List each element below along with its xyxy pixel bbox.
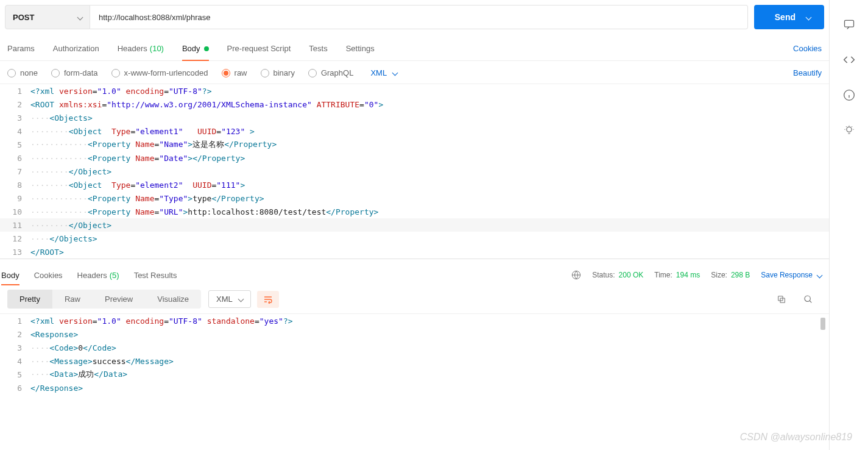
- radio-none[interactable]: none: [7, 68, 38, 77]
- body-language-select[interactable]: XML: [370, 68, 397, 77]
- code-line[interactable]: 8········<Object Type="element2" UUID="1…: [0, 178, 829, 191]
- radio-binary[interactable]: binary: [261, 68, 295, 77]
- comments-icon[interactable]: [843, 18, 855, 30]
- code-content: <?xml version="1.0" encoding="UTF-8"?>: [30, 87, 211, 96]
- code-line[interactable]: 2<Response>: [0, 327, 829, 341]
- code-line[interactable]: 10············<Property Name="URL">http:…: [0, 205, 829, 218]
- bulb-icon[interactable]: [843, 124, 855, 137]
- line-number: 8: [0, 180, 30, 190]
- code-line[interactable]: 3····<Code>0</Code>: [0, 341, 829, 354]
- chevron-down-icon: [806, 14, 812, 20]
- view-raw[interactable]: Raw: [52, 290, 93, 309]
- code-line[interactable]: 4····<Message>success</Message>: [0, 354, 829, 368]
- code-line[interactable]: 13</ROOT>: [0, 245, 829, 259]
- time-value: 194 ms: [676, 271, 700, 279]
- code-line[interactable]: 12····</Objects>: [0, 232, 829, 245]
- line-number: 2: [0, 100, 30, 109]
- response-body-viewer[interactable]: 1<?xml version="1.0" encoding="UTF-8" st…: [0, 313, 829, 395]
- line-number: 1: [0, 87, 30, 96]
- code-content: ········<Object Type="element1" UUID="12…: [30, 127, 255, 136]
- scrollbar-thumb[interactable]: [820, 318, 825, 330]
- code-content: ············<Property Name="Type">type</…: [30, 194, 264, 203]
- svg-point-6: [846, 127, 851, 132]
- svg-point-3: [805, 296, 810, 301]
- code-content: ············<Property Name="Date"></Prop…: [30, 154, 245, 163]
- right-rail: [830, 0, 868, 450]
- method-value: POST: [13, 13, 34, 22]
- code-content: ····<Objects>: [30, 113, 93, 123]
- watermark: CSDN @alwaysonline819: [740, 432, 852, 443]
- line-number: 6: [0, 384, 30, 393]
- save-response-button[interactable]: Save Response: [761, 271, 822, 279]
- code-content: ········</Object>: [30, 167, 111, 176]
- radio-xwww[interactable]: x-www-form-urlencoded: [111, 68, 208, 77]
- code-line[interactable]: 11········</Object>: [0, 218, 829, 232]
- code-icon[interactable]: [843, 54, 855, 66]
- radio-raw[interactable]: raw: [222, 68, 247, 77]
- resp-tab-test-results[interactable]: Test Results: [134, 265, 177, 285]
- code-content: ············<Property Name="Name">这是名称</…: [30, 139, 277, 150]
- chevron-down-icon: [392, 70, 398, 76]
- tab-settings[interactable]: Settings: [346, 37, 375, 60]
- url-value: http://localhost:8088/xml/phrase: [99, 13, 211, 22]
- resp-tab-body[interactable]: Body: [1, 265, 19, 285]
- copy-icon[interactable]: [777, 295, 786, 304]
- url-input[interactable]: http://localhost:8088/xml/phrase: [90, 5, 748, 29]
- tab-prerequest[interactable]: Pre-request Script: [227, 37, 291, 60]
- view-pretty[interactable]: Pretty: [7, 290, 52, 309]
- chevron-down-icon: [238, 296, 244, 302]
- code-line[interactable]: 6</Response>: [0, 381, 829, 395]
- method-select[interactable]: POST: [5, 5, 90, 29]
- code-content: ····<Data>成功</Data>: [30, 369, 127, 380]
- search-icon[interactable]: [803, 295, 813, 304]
- request-tabs: Params Authorization Headers(10) Body Pr…: [0, 37, 829, 61]
- resp-tab-headers[interactable]: Headers(5): [77, 265, 119, 285]
- line-number: 4: [0, 357, 30, 366]
- chevron-down-icon: [77, 14, 83, 20]
- code-content: </Response>: [30, 384, 83, 393]
- status-value: 200 OK: [619, 271, 644, 279]
- code-content: ····</Objects>: [30, 234, 97, 243]
- code-content: ····<Code>0</Code>: [30, 343, 116, 352]
- info-icon[interactable]: [843, 89, 855, 101]
- tab-authorization[interactable]: Authorization: [53, 37, 99, 60]
- line-number: 1: [0, 316, 30, 326]
- code-line[interactable]: 4········<Object Type="element1" UUID="1…: [0, 124, 829, 138]
- code-line[interactable]: 3····<Objects>: [0, 111, 829, 124]
- code-line[interactable]: 6············<Property Name="Date"></Pro…: [0, 151, 829, 165]
- cookies-link[interactable]: Cookies: [793, 44, 822, 53]
- globe-icon[interactable]: [571, 270, 581, 280]
- status-label: Status:: [592, 271, 615, 279]
- send-button[interactable]: Send: [754, 5, 824, 29]
- code-line[interactable]: 9············<Property Name="Type">type<…: [0, 191, 829, 205]
- code-line[interactable]: 1<?xml version="1.0" encoding="UTF-8"?>: [0, 84, 829, 98]
- tab-headers[interactable]: Headers(10): [118, 37, 164, 60]
- code-content: <?xml version="1.0" encoding="UTF-8" sta…: [30, 316, 293, 326]
- code-line[interactable]: 1<?xml version="1.0" encoding="UTF-8" st…: [0, 314, 829, 327]
- code-line[interactable]: 7········</Object>: [0, 165, 829, 178]
- beautify-link[interactable]: Beautify: [793, 68, 822, 77]
- send-label: Send: [775, 12, 796, 22]
- resp-tab-cookies[interactable]: Cookies: [34, 265, 63, 285]
- line-number: 10: [0, 207, 30, 216]
- code-line[interactable]: 5············<Property Name="Name">这是名称<…: [0, 138, 829, 151]
- tab-tests[interactable]: Tests: [309, 37, 327, 60]
- code-line[interactable]: 2<ROOT xmlns:xsi="http://www.w3.org/2001…: [0, 98, 829, 111]
- tab-params[interactable]: Params: [7, 37, 35, 60]
- request-body-editor[interactable]: 1<?xml version="1.0" encoding="UTF-8"?>2…: [0, 84, 829, 259]
- wrap-lines-button[interactable]: [257, 291, 279, 308]
- tab-body[interactable]: Body: [182, 37, 209, 60]
- radio-graphql[interactable]: GraphQL: [308, 68, 353, 77]
- time-label: Time:: [654, 271, 672, 279]
- radio-form-data[interactable]: form-data: [51, 68, 98, 77]
- line-number: 12: [0, 234, 30, 243]
- view-visualize[interactable]: Visualize: [145, 290, 201, 309]
- code-content: ········</Object>: [30, 221, 111, 230]
- view-preview[interactable]: Preview: [93, 290, 145, 309]
- size-label: Size:: [711, 271, 727, 279]
- code-content: <Response>: [30, 330, 78, 339]
- response-format-select[interactable]: XML: [208, 290, 251, 308]
- line-number: 4: [0, 127, 30, 136]
- code-line[interactable]: 5····<Data>成功</Data>: [0, 368, 829, 381]
- code-content: ········<Object Type="element2" UUID="11…: [30, 180, 245, 190]
